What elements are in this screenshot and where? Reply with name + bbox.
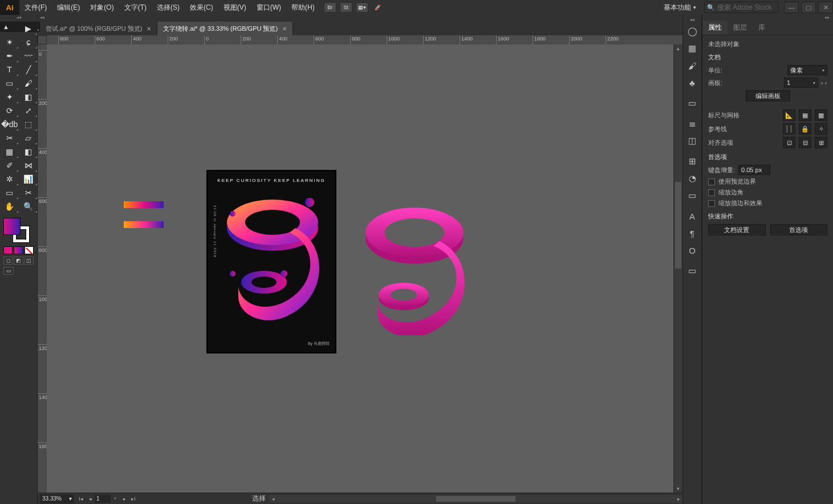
- artboard-prev-icon[interactable]: ◂: [86, 495, 94, 503]
- scroll-thumb[interactable]: [675, 182, 681, 269]
- character-icon[interactable]: A: [682, 208, 702, 225]
- key-increment-input[interactable]: 0.05 px: [738, 165, 770, 175]
- vertical-ruler[interactable]: 02004006008001000120014001600: [38, 44, 47, 493]
- color-mode-swatch[interactable]: [3, 246, 13, 254]
- scroll-right-icon[interactable]: ▸: [674, 495, 682, 503]
- blend-tool[interactable]: ⋈: [19, 158, 38, 172]
- graphic-styles-icon[interactable]: ▭: [682, 187, 702, 204]
- screen-mode-icon[interactable]: ▭: [3, 267, 14, 275]
- align-icon[interactable]: ≣: [682, 115, 702, 132]
- panel-collapse[interactable]: ▸▸: [702, 15, 833, 21]
- draw-behind-icon[interactable]: ◩: [14, 257, 23, 265]
- scale-tool[interactable]: ⤢: [19, 104, 38, 117]
- menu-view[interactable]: 视图(V): [218, 0, 251, 15]
- menu-edit[interactable]: 编辑(E): [52, 0, 85, 15]
- scroll-thumb[interactable]: [436, 496, 515, 502]
- close-button[interactable]: ✕: [818, 2, 833, 13]
- checkbox-preview-bounds[interactable]: 使用预览边界: [708, 177, 827, 186]
- menu-help[interactable]: 帮助(H): [286, 0, 320, 15]
- perspective-tool[interactable]: ▱: [19, 131, 38, 145]
- paintbrush-tool[interactable]: 🖌: [19, 76, 38, 90]
- direct-selection-tool[interactable]: ▶: [19, 22, 38, 35]
- slice-tool[interactable]: ✂: [19, 186, 38, 200]
- poster-3d-shape[interactable]: [216, 188, 330, 336]
- zoom-selector[interactable]: 33.33%▾: [40, 494, 74, 503]
- draw-inside-icon[interactable]: ◫: [25, 257, 34, 265]
- none-mode-swatch[interactable]: [25, 246, 34, 254]
- opentype-icon[interactable]: O: [682, 242, 702, 259]
- menu-object[interactable]: 对象(O): [85, 0, 119, 15]
- bridge-icon[interactable]: Br: [324, 2, 336, 13]
- brushes-icon[interactable]: 🖌: [682, 57, 702, 74]
- line-tool[interactable]: ╱: [19, 63, 38, 76]
- artboard-number-field[interactable]: 1: [95, 495, 111, 503]
- artboard-tool[interactable]: ▭: [0, 186, 19, 200]
- tab-layers[interactable]: 图层: [728, 21, 753, 35]
- menu-type[interactable]: 文字(T): [119, 0, 152, 15]
- draw-normal-icon[interactable]: ◻: [3, 257, 13, 265]
- eyedropper-tool[interactable]: ✐: [0, 158, 19, 172]
- graph-tool[interactable]: 📊: [19, 172, 38, 186]
- appearance-icon[interactable]: ◔: [682, 170, 702, 187]
- rotate-tool[interactable]: ⟳: [0, 104, 19, 117]
- menu-effect[interactable]: 效果(C): [185, 0, 218, 15]
- pen-tool[interactable]: ✒: [0, 49, 19, 63]
- magic-wand-tool[interactable]: ✶: [0, 35, 19, 49]
- checkbox-scale-corners[interactable]: 缩放边角: [708, 188, 827, 197]
- fill-swatch[interactable]: [3, 218, 21, 235]
- workspace-selector[interactable]: 基本功能 ▾: [659, 0, 701, 15]
- canvas[interactable]: KEEP CURIOSITY KEEP LEARNING 21:30 in Ja…: [47, 44, 673, 493]
- artboard-prev-tri-icon[interactable]: ◂: [820, 80, 823, 86]
- stroke-icon[interactable]: ▭: [682, 95, 702, 112]
- unit-select[interactable]: 像素▾: [787, 65, 827, 75]
- doc-tab-1[interactable]: 尝试.ai* @ 100% (RGB/GPU 预览) ✕: [40, 22, 157, 35]
- edit-artboard-button[interactable]: 编辑画板: [746, 90, 790, 101]
- doc-tab-2[interactable]: 文字绕转.ai* @ 33.33% (RGB/GPU 预览) ✕: [157, 22, 293, 35]
- scroll-left-icon[interactable]: ◂: [269, 495, 277, 503]
- scroll-up-icon[interactable]: ▴: [674, 44, 682, 52]
- close-icon[interactable]: ✕: [147, 26, 151, 32]
- shape-builder-tool[interactable]: ✂: [0, 131, 19, 145]
- type-tool[interactable]: T: [0, 63, 19, 76]
- menu-window[interactable]: 窗口(W): [251, 0, 286, 15]
- gradient-mode-swatch[interactable]: [14, 246, 23, 254]
- gradient-sample-1[interactable]: [124, 201, 164, 208]
- artboard-select[interactable]: 1▾: [784, 78, 818, 88]
- symbol-sprayer-tool[interactable]: ✲: [0, 172, 19, 186]
- tab-libraries[interactable]: 库: [753, 21, 771, 35]
- vertical-scrollbar[interactable]: ▴ ▾: [673, 44, 682, 493]
- smart-guides-icon[interactable]: ✧: [815, 123, 827, 135]
- shaper-tool[interactable]: ✦: [0, 90, 19, 104]
- scroll-down-icon[interactable]: ▾: [674, 485, 682, 493]
- menu-file[interactable]: 文件(F): [19, 0, 52, 15]
- free-transform-tool[interactable]: ⬚: [19, 117, 38, 131]
- artboard-next-icon[interactable]: ▸: [120, 495, 128, 503]
- transparency-icon[interactable]: ▭: [682, 262, 702, 279]
- close-icon[interactable]: ✕: [282, 26, 287, 32]
- menu-select[interactable]: 选择(S): [152, 0, 185, 15]
- search-stock-input[interactable]: 🔍 搜索 Adobe Stock: [704, 2, 778, 13]
- artboard-first-icon[interactable]: I◂: [77, 495, 85, 503]
- toolbox-collapse[interactable]: ◂◂: [0, 15, 37, 22]
- paragraph-icon[interactable]: ¶: [682, 225, 702, 242]
- gpu-icon[interactable]: 🚀: [372, 2, 384, 13]
- tabbar-collapse[interactable]: ◂◂: [38, 15, 682, 22]
- document-setup-button[interactable]: 文档设置: [708, 224, 766, 235]
- artboard-last-icon[interactable]: ▸I: [129, 495, 137, 503]
- grid-toggle-icon[interactable]: ▦: [799, 109, 811, 121]
- color-icon[interactable]: ◯: [682, 23, 702, 40]
- lasso-tool[interactable]: ɕ: [19, 35, 38, 49]
- minimize-button[interactable]: —: [784, 2, 799, 13]
- snap-pixel-icon[interactable]: ⊡: [783, 137, 795, 148]
- guides-show-icon[interactable]: ┊┊: [783, 123, 795, 135]
- gradient-tool[interactable]: ◧: [19, 145, 38, 158]
- pink-3d-shape[interactable]: [355, 204, 474, 335]
- artboard-1[interactable]: KEEP CURIOSITY KEEP LEARNING 21:30 in Ja…: [206, 170, 336, 353]
- artboard-next-tri-icon[interactable]: ▸: [825, 80, 827, 86]
- transform-icon[interactable]: ⊞: [682, 153, 702, 170]
- artboard-dropdown-icon[interactable]: ▾: [111, 495, 119, 503]
- fill-stroke-indicator[interactable]: [3, 218, 30, 243]
- arrange-docs-icon[interactable]: ▦▾: [356, 2, 368, 13]
- horizontal-ruler[interactable]: 8006004002000200400600800100012001400160…: [47, 35, 673, 44]
- stock-icon[interactable]: St: [340, 2, 352, 13]
